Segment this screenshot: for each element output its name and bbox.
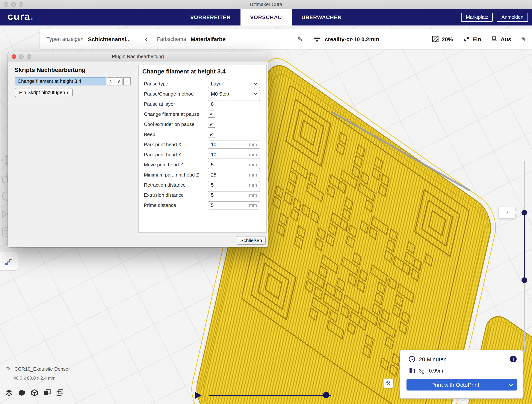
print-options-dropdown[interactable] xyxy=(504,379,517,391)
octoprint-settings-button[interactable]: ⚒ xyxy=(383,378,393,388)
edit-view-icon[interactable]: ✎ xyxy=(298,35,303,43)
dropdown-caret-icon: ▾ xyxy=(67,91,69,95)
infill-setting[interactable]: 20% xyxy=(432,36,453,42)
setting-row: Beep✓ xyxy=(139,129,266,139)
setting-checkbox[interactable]: ✓ xyxy=(208,121,215,128)
setting-checkbox[interactable]: ✓ xyxy=(208,110,215,118)
setting-input[interactable]: 5mm xyxy=(208,181,260,189)
material-estimate: 3g · 0.99m xyxy=(419,368,443,373)
setting-row: Minimum par...rint head Z25mm xyxy=(139,170,266,180)
move-script-down-button[interactable]: ∨ xyxy=(115,77,122,85)
setting-label: Cool extruder on pause xyxy=(144,122,194,127)
setting-value: 5 xyxy=(211,192,249,198)
support-icon xyxy=(463,36,469,42)
dialog-close-action-button[interactable]: Schließen xyxy=(237,236,266,245)
layer-slider-top-handle[interactable] xyxy=(521,210,527,216)
adhesion-setting[interactable]: Aus xyxy=(491,36,511,42)
setting-value: 8 xyxy=(211,101,260,107)
view-type-selector[interactable]: Typen anzeigen Schichtenansi... ‹ xyxy=(40,29,153,49)
setting-label: Move print head Z xyxy=(144,162,183,167)
chevron-down-icon xyxy=(253,93,257,95)
setting-input[interactable]: 10mm xyxy=(208,150,260,159)
layer-slider-bottom-handle[interactable] xyxy=(521,277,527,283)
setting-row: Pause/Change methodM0 Stop xyxy=(139,89,266,99)
setting-value: 10 xyxy=(211,142,249,147)
setting-value: 5 xyxy=(211,202,249,208)
setting-value: Layer xyxy=(211,81,253,87)
dialog-title: Plugin Nachbearbeitung xyxy=(8,52,268,61)
setting-row: Park print head X10mm xyxy=(139,139,266,149)
move-script-up-button[interactable]: ∧ xyxy=(107,77,114,85)
simulation-slider-handle[interactable] xyxy=(323,392,329,398)
chevron-down-icon xyxy=(508,383,513,386)
script-list-item[interactable]: Change filament at height 3.4 xyxy=(15,77,106,85)
clock-icon xyxy=(408,356,416,363)
model-dimensions: 40.0 x 80.0 x 2.4 mm xyxy=(13,376,70,381)
support-setting[interactable]: Ein xyxy=(463,36,481,42)
setting-select[interactable]: M0 Stop xyxy=(208,90,260,98)
layer-indicator: 7 xyxy=(499,207,515,218)
remove-script-button[interactable]: × xyxy=(123,77,131,85)
printer-profile-value[interactable]: creality-cr-10 0.2mm xyxy=(325,36,379,42)
rename-model-icon[interactable]: ✎ xyxy=(6,366,11,372)
setting-input[interactable]: 5mm xyxy=(208,201,260,209)
layer-slider-range xyxy=(524,213,525,280)
unit-label: mm xyxy=(249,152,257,157)
setting-input[interactable]: 10mm xyxy=(208,140,260,149)
setting-label: Pause at layer xyxy=(144,101,175,107)
layer-view-button[interactable] xyxy=(0,252,18,271)
print-button[interactable]: Print with OctoPrint xyxy=(406,379,517,391)
setting-row: Pause at layer8 xyxy=(139,99,266,109)
setting-label: Beep xyxy=(144,132,155,137)
setting-input[interactable]: 8 xyxy=(208,100,260,108)
cube-icon[interactable] xyxy=(18,389,25,397)
simulation-slider-track[interactable] xyxy=(209,395,331,396)
cura-logo: cura. xyxy=(7,11,33,22)
color-scheme-value[interactable]: Materialfarbe xyxy=(191,36,226,42)
os-titlebar: Ultimaker Cura xyxy=(0,0,532,9)
collapse-panel-icon[interactable]: ‹ xyxy=(145,35,148,43)
setting-checkbox[interactable]: ✓ xyxy=(208,131,215,138)
setting-input[interactable]: 5mm xyxy=(208,160,260,169)
script-settings-heading: Change filament at height 3.4 xyxy=(142,68,226,75)
play-button[interactable] xyxy=(195,392,202,399)
tab-vorbereiten[interactable]: VORBEREITEN xyxy=(181,9,240,26)
color-scheme-selector[interactable]: Farbschema Materialfarbe ✎ xyxy=(153,29,308,49)
view-type-value[interactable]: Schichtenansi... xyxy=(88,36,131,42)
copy-outline-icon[interactable] xyxy=(56,389,64,397)
header-tabs: VORBEREITENVORSCHAUÜBERWACHEN xyxy=(181,9,352,26)
setting-row: Change filament at pause✓ xyxy=(139,109,266,119)
print-summary-panel: 20 Minuten i 3g · 0.99m Print with OctoP… xyxy=(400,350,523,399)
dialog-titlebar: Plugin Nachbearbeitung xyxy=(8,52,268,61)
setting-select[interactable]: Layer xyxy=(208,80,260,88)
info-icon[interactable]: i xyxy=(510,356,517,362)
setting-label: Pause/Change method xyxy=(144,91,194,97)
layers-icon[interactable] xyxy=(5,389,13,397)
tab-vorschau[interactable]: VORSCHAU xyxy=(240,9,292,26)
setting-input[interactable]: 5mm xyxy=(208,191,260,199)
setting-label: Extrusion distance xyxy=(144,192,184,198)
adhesion-value: Aus xyxy=(501,36,511,42)
support-value: Ein xyxy=(472,36,481,42)
setting-value: M0 Stop xyxy=(211,91,253,97)
add-script-button[interactable]: Ein Skript hinzufügen▾ xyxy=(15,88,73,97)
edit-print-settings-icon[interactable]: ✎ xyxy=(521,35,526,43)
setting-input[interactable]: 25mm xyxy=(208,171,260,179)
unit-label: mm xyxy=(249,172,257,178)
marketplace-button[interactable]: Marktplatz xyxy=(461,13,493,22)
unit-label: mm xyxy=(249,162,257,167)
printhead-icon xyxy=(314,36,320,42)
setting-label: Change filament at pause xyxy=(144,111,199,117)
print-time-estimate: 20 Minuten xyxy=(419,356,447,362)
cube-outline-icon[interactable] xyxy=(31,389,38,397)
setting-label: Retraction distance xyxy=(144,182,186,188)
print-settings-summary[interactable]: creality-cr-10 0.2mm 20% Ein xyxy=(308,29,532,49)
setting-value: 5 xyxy=(211,162,249,167)
setting-label: Minimum par...rint head Z xyxy=(144,172,199,178)
signin-button[interactable]: Anmelden xyxy=(497,13,528,22)
tab-überwachen[interactable]: ÜBERWACHEN xyxy=(292,9,351,26)
material-icon xyxy=(408,368,416,374)
color-scheme-label: Farbschema xyxy=(157,36,186,42)
setting-value: 5 xyxy=(211,182,249,188)
copy-icon[interactable] xyxy=(44,389,51,397)
